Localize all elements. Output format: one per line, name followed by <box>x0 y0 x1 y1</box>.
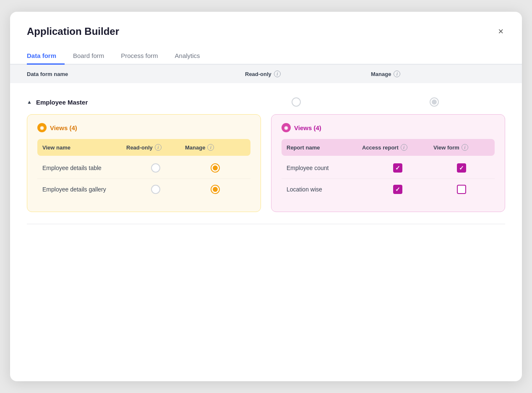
right-view-info-icon[interactable]: i <box>462 144 468 151</box>
collapse-arrow-icon[interactable]: ▲ <box>27 99 32 105</box>
right-panel-row-1: Location wise ✓ <box>282 179 495 200</box>
checkmark-icon: ✓ <box>459 165 464 171</box>
manage-info-icon[interactable]: i <box>394 71 400 77</box>
left-manage-info-icon[interactable]: i <box>207 144 214 151</box>
checkbox-checked-icon[interactable]: ✓ <box>457 163 466 173</box>
tab-analytics[interactable]: Analytics <box>167 48 209 65</box>
col-header-readonly: Read-only i <box>245 71 371 77</box>
left-col-view-name: View name <box>42 144 126 151</box>
checkbox-checked-icon[interactable]: ✓ <box>393 163 402 173</box>
right-views-title: Views (4) <box>294 124 321 131</box>
right-views-panel: ◉ Views (4) Report name Access report i … <box>271 114 505 212</box>
left-panel-table-header: View name Read-only i Manage i <box>37 139 250 156</box>
right-views-icon: ◉ <box>282 123 291 132</box>
table-header: Data form name Read-only i Manage i <box>10 65 522 83</box>
checkbox-empty-icon[interactable] <box>457 185 466 194</box>
content-area: ▲ Employee Master ◉ Views (4) View name <box>10 83 522 381</box>
bottom-divider <box>27 224 505 224</box>
radio-manage-selected[interactable] <box>430 97 439 107</box>
radio-empty-icon[interactable] <box>151 185 160 194</box>
application-builder-modal: Application Builder × Data form Board fo… <box>10 12 522 381</box>
employee-master-manage-radio[interactable] <box>363 97 505 107</box>
modal-title: Application Builder <box>27 26 119 37</box>
right-panel-table-header: Report name Access report i View form i <box>282 139 495 156</box>
left-row0-readonly-radio[interactable] <box>126 163 185 173</box>
modal-header: Application Builder × <box>10 12 522 38</box>
views-panels: ◉ Views (4) View name Read-only i Manage… <box>27 114 505 212</box>
view-name-1: Employee details gallery <box>42 186 126 193</box>
left-panel-header: ◉ Views (4) <box>37 123 250 132</box>
report-name-0: Employee count <box>287 165 362 171</box>
right-col-view-form: View form i <box>433 144 490 151</box>
right-panel-row-0: Employee count ✓ ✓ <box>282 157 495 179</box>
left-row1-manage-radio[interactable] <box>185 185 245 194</box>
employee-master-row: ▲ Employee Master <box>27 93 505 114</box>
left-views-title: Views (4) <box>50 124 77 131</box>
col-header-manage: Manage i <box>371 71 505 77</box>
left-views-panel: ◉ Views (4) View name Read-only i Manage… <box>27 114 261 212</box>
employee-master-label: Employee Master <box>36 99 229 106</box>
tab-data-form[interactable]: Data form <box>27 48 65 65</box>
tab-board-form[interactable]: Board form <box>65 48 112 65</box>
report-name-1: Location wise <box>287 186 362 193</box>
left-panel-row-0: Employee details table <box>37 157 250 179</box>
radio-empty-icon[interactable] <box>151 163 160 173</box>
radio-filled-icon[interactable] <box>211 163 220 173</box>
close-button[interactable]: × <box>496 25 505 38</box>
left-col-manage: Manage i <box>185 144 245 151</box>
right-row0-view-check[interactable]: ✓ <box>433 163 490 173</box>
view-name-0: Employee details table <box>42 165 126 171</box>
right-col-access: Access report i <box>362 144 433 151</box>
checkbox-checked-icon[interactable]: ✓ <box>393 185 402 194</box>
checkmark-icon: ✓ <box>395 165 400 171</box>
left-panel-row-1: Employee details gallery <box>37 179 250 200</box>
left-views-icon: ◉ <box>37 123 47 132</box>
left-row0-manage-radio[interactable] <box>185 163 245 173</box>
tabs-row: Data form Board form Process form Analyt… <box>10 48 522 65</box>
right-panel-header: ◉ Views (4) <box>282 123 495 132</box>
right-row1-access-check[interactable]: ✓ <box>362 185 433 194</box>
col-header-name: Data form name <box>27 71 245 77</box>
right-row0-access-check[interactable]: ✓ <box>362 163 433 173</box>
left-col-readonly: Read-only i <box>126 144 185 151</box>
readonly-info-icon[interactable]: i <box>274 71 281 77</box>
checkmark-icon: ✓ <box>395 186 400 192</box>
right-col-report-name: Report name <box>287 144 362 151</box>
radio-readonly-empty[interactable] <box>292 97 301 107</box>
right-access-info-icon[interactable]: i <box>401 144 407 151</box>
radio-filled-icon[interactable] <box>211 185 220 194</box>
right-row1-view-check[interactable] <box>433 185 490 194</box>
left-readonly-info-icon[interactable]: i <box>155 144 162 151</box>
employee-master-readonly-radio[interactable] <box>233 97 359 107</box>
left-row1-readonly-radio[interactable] <box>126 185 185 194</box>
tab-process-form[interactable]: Process form <box>112 48 166 65</box>
